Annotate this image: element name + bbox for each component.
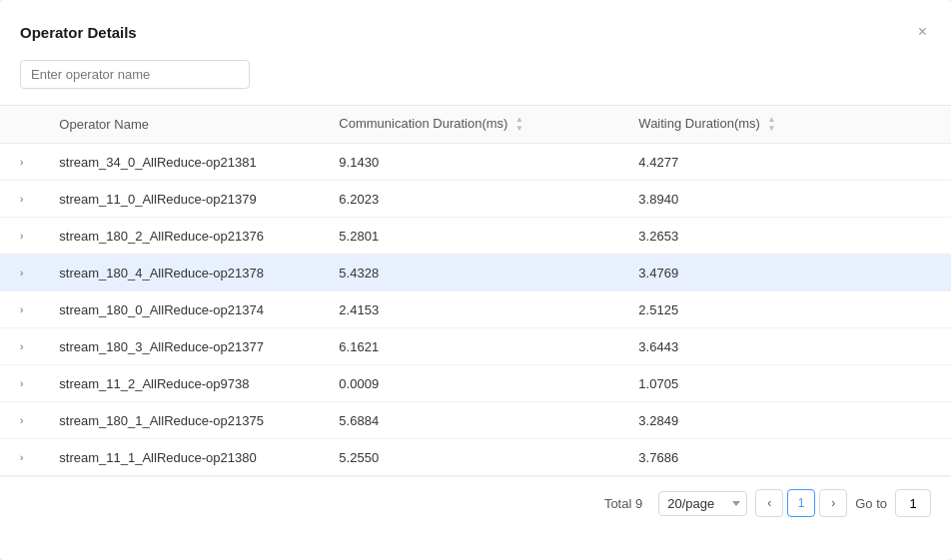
wait-duration-cell: 3.6443 (622, 328, 951, 365)
table-row: › stream_180_2_AllReduce-op21376 5.2801 … (0, 218, 951, 255)
goto-input[interactable] (895, 489, 931, 517)
sort-icons-comm: ▲ ▼ (515, 116, 523, 133)
comm-duration-cell: 5.6884 (323, 402, 622, 439)
current-page-button[interactable]: 1 (787, 489, 815, 517)
expand-cell: › (0, 402, 43, 439)
operator-table: Operator Name Communication Duration(ms)… (0, 105, 951, 476)
prev-page-button[interactable]: ‹ (755, 489, 783, 517)
expand-button[interactable]: › (16, 376, 27, 391)
col-comm-duration[interactable]: Communication Duration(ms) ▲ ▼ (323, 106, 622, 144)
operator-name-cell: stream_180_0_AllReduce-op21374 (43, 291, 323, 328)
operator-name-cell: stream_11_2_AllReduce-op9738 (43, 365, 323, 402)
col-expand (0, 106, 43, 144)
comm-duration-cell: 5.2550 (323, 439, 622, 476)
comm-duration-cell: 6.2023 (323, 181, 622, 218)
modal-title: Operator Details (20, 24, 137, 41)
search-area (0, 60, 951, 105)
table-footer: Total 9 10/page20/page50/page100/page ‹ … (0, 476, 951, 529)
expand-button[interactable]: › (16, 413, 27, 428)
wait-duration-cell: 3.7686 (622, 439, 951, 476)
expand-cell: › (0, 328, 43, 365)
modal-header: Operator Details × (0, 20, 951, 60)
expand-button[interactable]: › (16, 192, 27, 207)
operator-table-wrap: Operator Name Communication Duration(ms)… (0, 105, 951, 476)
wait-duration-cell: 3.2849 (622, 402, 951, 439)
expand-button[interactable]: › (16, 302, 27, 317)
comm-duration-cell: 5.4328 (323, 255, 622, 291)
operator-name-cell: stream_34_0_AllReduce-op21381 (43, 144, 323, 181)
expand-button[interactable]: › (16, 450, 27, 465)
expand-button[interactable]: › (16, 266, 27, 280)
table-row: › stream_11_2_AllReduce-op9738 0.0009 1.… (0, 365, 951, 402)
table-row: › stream_11_1_AllReduce-op21380 5.2550 3… (0, 439, 951, 476)
wait-duration-cell: 3.8940 (622, 181, 951, 218)
col-operator-name: Operator Name (43, 106, 323, 144)
col-wait-duration[interactable]: Waiting Duration(ms) ▲ ▼ (622, 106, 951, 144)
operator-name-cell: stream_11_0_AllReduce-op21379 (43, 181, 323, 218)
expand-cell: › (0, 439, 43, 476)
operator-name-cell: stream_180_3_AllReduce-op21377 (43, 328, 323, 365)
goto-label: Go to (855, 496, 887, 511)
expand-button[interactable]: › (16, 339, 27, 354)
expand-cell: › (0, 218, 43, 255)
operator-name-cell: stream_180_2_AllReduce-op21376 (43, 218, 323, 255)
operator-name-cell: stream_11_1_AllReduce-op21380 (43, 439, 323, 476)
table-row: › stream_180_4_AllReduce-op21378 5.4328 … (0, 255, 951, 291)
pagination: ‹ 1 › (755, 489, 847, 517)
comm-duration-cell: 9.1430 (323, 144, 622, 181)
close-button[interactable]: × (914, 20, 931, 44)
table-row: › stream_180_0_AllReduce-op21374 2.4153 … (0, 291, 951, 328)
wait-duration-cell: 3.2653 (622, 218, 951, 255)
operator-details-modal: Operator Details × Operator Name Communi… (0, 0, 951, 560)
expand-cell: › (0, 255, 43, 291)
sort-icons-wait: ▲ ▼ (768, 116, 776, 133)
table-body: › stream_34_0_AllReduce-op21381 9.1430 4… (0, 144, 951, 476)
table-row: › stream_34_0_AllReduce-op21381 9.1430 4… (0, 144, 951, 181)
comm-duration-cell: 5.2801 (323, 218, 622, 255)
total-label: Total 9 (604, 496, 642, 511)
comm-duration-cell: 0.0009 (323, 365, 622, 402)
wait-duration-cell: 1.0705 (622, 365, 951, 402)
expand-cell: › (0, 144, 43, 181)
comm-duration-cell: 2.4153 (323, 291, 622, 328)
next-page-button[interactable]: › (819, 489, 847, 517)
wait-duration-cell: 4.4277 (622, 144, 951, 181)
page-size-select[interactable]: 10/page20/page50/page100/page (658, 491, 747, 516)
table-row: › stream_11_0_AllReduce-op21379 6.2023 3… (0, 181, 951, 218)
table-row: › stream_180_3_AllReduce-op21377 6.1621 … (0, 328, 951, 365)
table-header-row: Operator Name Communication Duration(ms)… (0, 106, 951, 144)
operator-name-cell: stream_180_1_AllReduce-op21375 (43, 402, 323, 439)
table-row: › stream_180_1_AllReduce-op21375 5.6884 … (0, 402, 951, 439)
expand-cell: › (0, 365, 43, 402)
comm-duration-cell: 6.1621 (323, 328, 622, 365)
expand-button[interactable]: › (16, 155, 27, 170)
expand-cell: › (0, 181, 43, 218)
search-input[interactable] (20, 60, 250, 89)
operator-name-cell: stream_180_4_AllReduce-op21378 (43, 255, 323, 291)
wait-duration-cell: 2.5125 (622, 291, 951, 328)
expand-cell: › (0, 291, 43, 328)
expand-button[interactable]: › (16, 229, 27, 244)
wait-duration-cell: 3.4769 (622, 255, 951, 291)
